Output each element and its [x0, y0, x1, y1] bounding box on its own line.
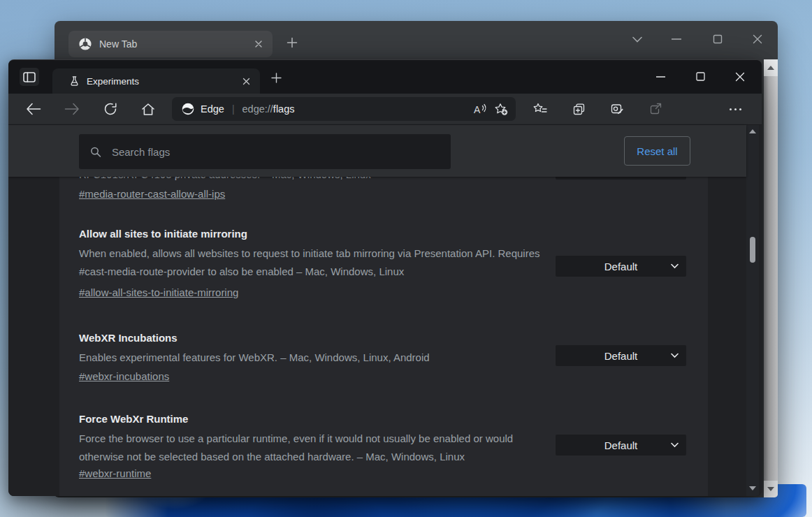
- desktop: New Tab: [0, 0, 812, 517]
- browser-logo-icon: [78, 37, 92, 51]
- flag-description: When enabled, allows all websites to req…: [79, 245, 542, 281]
- partial-flag-permalink[interactable]: #media-router-cast-allow-all-ips: [79, 187, 225, 202]
- flag-description: Enables experimental features for WebXR.…: [79, 349, 542, 367]
- ellipsis-icon: [730, 108, 741, 110]
- url-scheme: edge://: [242, 103, 273, 115]
- flag-title: WebXR Incubations: [79, 330, 542, 346]
- address-separator: |: [232, 103, 235, 115]
- edge-logo-icon: [182, 103, 194, 115]
- flag-permalink[interactable]: #webxr-runtime: [79, 466, 151, 481]
- toolbar: Edge | edge:// flags A: [8, 94, 762, 125]
- background-tab-title: New Tab: [99, 38, 254, 50]
- scrollbar-thumb[interactable]: [750, 237, 755, 263]
- favorites-button[interactable]: [530, 99, 551, 119]
- flag-dropdown-value: Default: [604, 261, 638, 272]
- tab-actions-menu-button[interactable]: [20, 68, 39, 86]
- close-tab-icon[interactable]: [254, 40, 263, 48]
- background-tab[interactable]: New Tab: [68, 31, 273, 57]
- new-tab-button[interactable]: [267, 68, 285, 87]
- chevron-down-icon: [671, 263, 679, 269]
- flag-dropdown-value: Default: [604, 350, 638, 362]
- site-brand: Edge: [201, 103, 224, 115]
- close-button[interactable]: [724, 60, 756, 93]
- tab-experiments[interactable]: Experiments: [52, 68, 260, 94]
- edge-browser-window: Experiments: [8, 59, 762, 496]
- flask-icon: [69, 75, 80, 87]
- tab-bar: Experiments: [8, 60, 762, 94]
- address-bar[interactable]: Edge | edge:// flags A: [172, 97, 516, 121]
- flags-content-column: RFC1918/RFC4193 private addresses. – Mac…: [59, 125, 708, 496]
- home-button[interactable]: [138, 99, 159, 119]
- read-aloud-button[interactable]: A: [470, 99, 491, 119]
- flag-dropdown-value: Default: [604, 439, 638, 451]
- background-window-scrollbar[interactable]: [764, 59, 778, 497]
- background-minimize-button[interactable]: [662, 27, 690, 52]
- svg-text:A: A: [474, 104, 481, 115]
- web-capture-button[interactable]: [607, 99, 628, 119]
- search-flags-input[interactable]: [110, 145, 440, 159]
- background-maximize-button[interactable]: [704, 27, 732, 52]
- search-icon: [90, 146, 101, 158]
- chevron-down-icon: [671, 353, 679, 358]
- tab-search-button[interactable]: [623, 27, 651, 52]
- flag-dropdown[interactable]: Default: [556, 256, 686, 277]
- forward-button[interactable]: [61, 99, 82, 119]
- refresh-button[interactable]: [100, 99, 121, 119]
- flag-title: Force WebXr Runtime: [79, 412, 542, 427]
- add-favorite-button[interactable]: [491, 99, 512, 119]
- collections-button[interactable]: [568, 99, 589, 119]
- flag-description: Force the browser to use a particular ru…: [79, 430, 542, 466]
- share-button[interactable]: [645, 99, 666, 119]
- minimize-button[interactable]: [644, 60, 676, 93]
- close-tab-icon[interactable]: [242, 78, 250, 85]
- maximize-button[interactable]: [684, 60, 716, 93]
- flags-page: RFC1918/RFC4193 private addresses. – Mac…: [8, 125, 762, 496]
- flag-dropdown[interactable]: Default: [556, 435, 686, 456]
- settings-and-more-button[interactable]: [725, 99, 746, 119]
- scroll-up-button[interactable]: [764, 59, 778, 76]
- reset-all-button[interactable]: Reset all: [624, 136, 690, 166]
- search-flags-box[interactable]: [79, 134, 451, 169]
- back-button[interactable]: [23, 99, 44, 119]
- flags-search-header: Reset all: [8, 125, 746, 177]
- tab-title: Experiments: [87, 76, 242, 87]
- url-path: flags: [273, 103, 295, 115]
- scroll-down-arrow[interactable]: [749, 486, 756, 490]
- flag-dropdown[interactable]: Default: [556, 345, 686, 366]
- background-close-button[interactable]: [744, 27, 771, 52]
- page-scrollbar[interactable]: [746, 125, 759, 496]
- chevron-down-icon: [671, 442, 679, 448]
- scroll-up-arrow[interactable]: [749, 129, 756, 133]
- scroll-down-button[interactable]: [764, 481, 778, 497]
- background-new-tab-button[interactable]: [283, 34, 301, 52]
- flag-title: Allow all sites to initiate mirroring: [79, 226, 542, 242]
- flag-permalink[interactable]: #allow-all-sites-to-initiate-mirroring: [79, 285, 238, 300]
- flag-permalink[interactable]: #webxr-incubations: [79, 369, 169, 384]
